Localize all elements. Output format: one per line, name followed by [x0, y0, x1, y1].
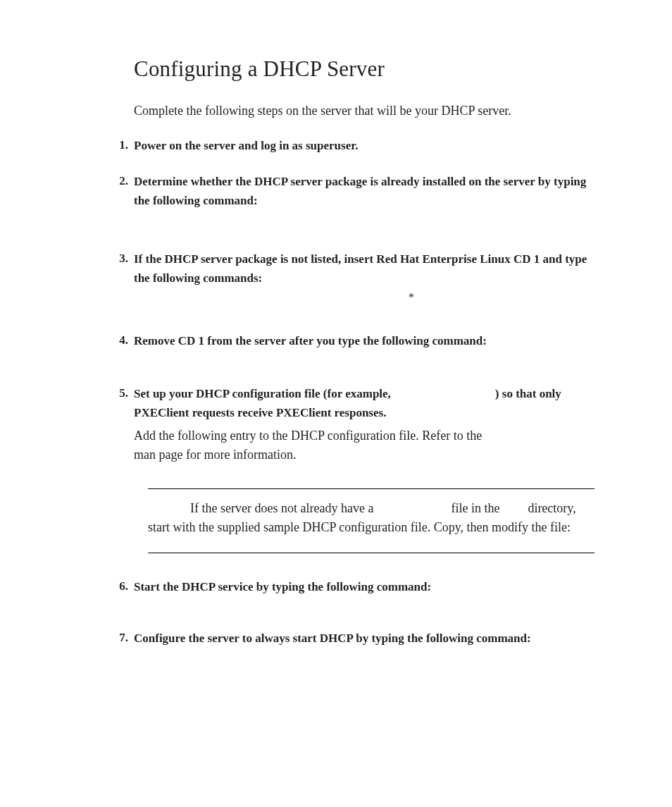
step-4: Remove CD 1 from the server after you ty… — [120, 331, 595, 367]
step-7: Configure the server to always start DHC… — [120, 629, 595, 648]
step-2-command-placeholder — [134, 210, 595, 233]
intro-paragraph: Complete the following steps on the serv… — [134, 101, 595, 121]
step-5-body-a: Add the following entry to the DHCP conf… — [134, 429, 482, 443]
tip-text-b: file in the — [451, 501, 499, 515]
step-5-text: Set up your DHCP configuration file (for… — [134, 387, 561, 419]
asterisk-icon: * — [409, 289, 414, 306]
step-5-body-b: man page for more information. — [134, 448, 296, 462]
step-5-text-a: Set up your DHCP configuration file (for… — [134, 387, 391, 400]
step-6-command-placeholder — [134, 596, 595, 612]
tip-box: If the server does not already have afil… — [148, 488, 595, 553]
step-5-body: Add the following entry to the DHCP conf… — [134, 426, 595, 464]
step-2: Determine whether the DHCP server packag… — [120, 172, 595, 233]
step-7-text: Configure the server to always start DHC… — [134, 632, 531, 645]
step-1: Power on the server and log in as superu… — [120, 136, 595, 155]
step-4-command-placeholder — [134, 350, 595, 367]
step-5: Set up your DHCP configuration file (for… — [120, 384, 595, 553]
steps-list: Power on the server and log in as superu… — [120, 136, 595, 648]
step-1-text: Power on the server and log in as superu… — [134, 139, 358, 152]
step-3-command-placeholder: * — [134, 288, 595, 314]
tip-text: If the server does not already have afil… — [148, 499, 595, 537]
step-6-text: Start the DHCP service by typing the fol… — [134, 580, 431, 593]
step-3: If the DHCP server package is not listed… — [120, 250, 595, 314]
document-page: Configuring a DHCP Server Complete the f… — [0, 0, 672, 648]
step-2-text: Determine whether the DHCP server packag… — [134, 175, 586, 207]
page-title: Configuring a DHCP Server — [134, 56, 595, 82]
step-4-text: Remove CD 1 from the server after you ty… — [134, 334, 487, 347]
step-3-text: If the DHCP server package is not listed… — [134, 252, 587, 285]
tip-text-a: If the server does not already have a — [190, 501, 373, 515]
step-6: Start the DHCP service by typing the fol… — [120, 577, 595, 612]
